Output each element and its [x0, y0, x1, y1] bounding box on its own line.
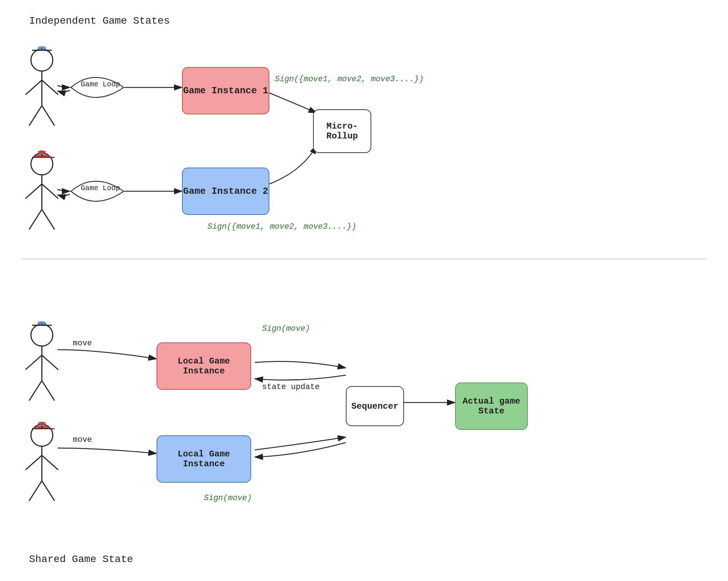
svg-line-35	[42, 455, 58, 470]
svg-line-37	[42, 481, 55, 501]
svg-line-9	[29, 106, 42, 126]
sign-label-1: Sign({move1, move2, move3....})	[275, 75, 424, 84]
sequencer-box: Sequencer	[346, 386, 404, 426]
svg-point-20	[31, 324, 53, 346]
game-loop-2-label: Game Loop	[81, 184, 120, 192]
actual-game-state-box: Actual game State	[455, 382, 528, 430]
svg-line-18	[29, 209, 42, 229]
svg-line-7	[25, 80, 42, 95]
game-instance-1-box: Game Instance 1	[182, 67, 269, 114]
svg-point-14	[38, 150, 46, 153]
micro-rollup-box: Micro-Rollup	[313, 109, 371, 153]
svg-point-22	[37, 321, 46, 325]
svg-line-8	[42, 80, 58, 95]
svg-line-26	[42, 355, 58, 370]
svg-point-29	[31, 424, 53, 446]
svg-point-11	[31, 153, 53, 175]
local-game-instance-2-box: Local Game Instance	[157, 435, 251, 483]
svg-line-10	[42, 106, 55, 126]
diagram-container: Independent Game States Shared Game Stat…	[0, 0, 728, 581]
svg-line-19	[42, 209, 55, 229]
sign-move-1-label: Sign(move)	[262, 324, 310, 333]
top-section-title: Independent Game States	[29, 15, 170, 27]
svg-line-25	[25, 355, 42, 370]
svg-point-32	[38, 422, 46, 425]
state-update-label: state update	[262, 382, 320, 392]
svg-line-16	[25, 184, 42, 199]
move-1-label: move	[73, 339, 92, 348]
sign-move-2-label: Sign(move)	[204, 494, 252, 503]
svg-line-36	[29, 481, 42, 501]
svg-line-27	[29, 381, 42, 401]
game-instance-2-box: Game Instance 2	[182, 168, 269, 215]
sign-label-2: Sign({move1, move2, move3....})	[207, 222, 356, 231]
game-loop-1-label: Game Loop	[81, 80, 120, 89]
svg-line-28	[42, 381, 55, 401]
local-game-instance-1-box: Local Game Instance	[157, 342, 251, 390]
divider	[22, 259, 706, 259]
svg-line-34	[25, 455, 42, 470]
svg-point-2	[31, 49, 53, 71]
svg-line-17	[42, 184, 58, 199]
bottom-section-title: Shared Game State	[29, 554, 133, 565]
move-2-label: move	[73, 435, 92, 444]
svg-point-4	[37, 46, 46, 50]
